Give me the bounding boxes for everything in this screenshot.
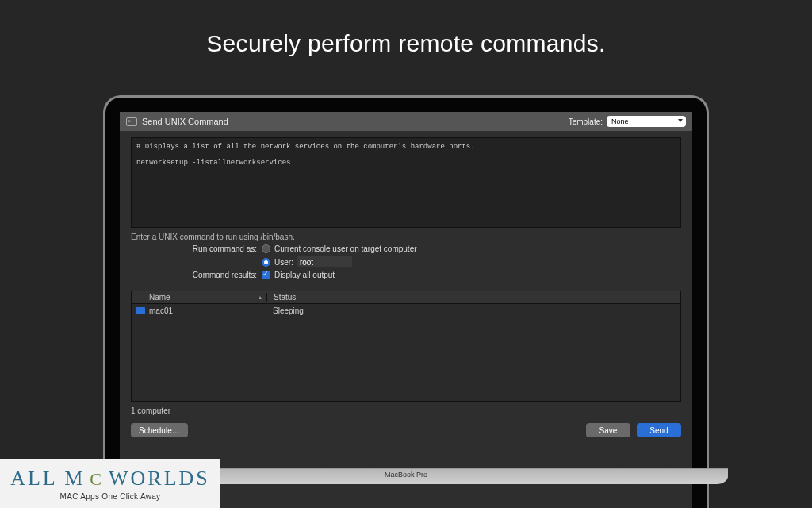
save-button[interactable]: Save bbox=[586, 423, 630, 437]
row-status: Sleeping bbox=[266, 306, 304, 315]
computers-table: Name Status mac01 Sleeping bbox=[131, 291, 681, 402]
radio-specific-user[interactable] bbox=[262, 258, 270, 267]
template-select[interactable]: None bbox=[607, 116, 686, 127]
table-row[interactable]: mac01 Sleeping bbox=[132, 304, 680, 317]
table-header[interactable]: Name Status bbox=[132, 291, 680, 304]
send-button[interactable]: Send bbox=[637, 423, 681, 437]
row-name: mac01 bbox=[149, 306, 266, 315]
column-name[interactable]: Name bbox=[132, 293, 266, 302]
watermark-brand-a: ALL M bbox=[10, 467, 85, 491]
watermark-brand-b: WORLDS bbox=[109, 467, 210, 491]
schedule-button[interactable]: Schedule… bbox=[131, 423, 188, 437]
computer-count: 1 computer bbox=[131, 406, 681, 415]
terminal-icon bbox=[126, 117, 137, 126]
radio-current-user-label: Current console user on target computer bbox=[274, 244, 417, 253]
checkbox-display-output[interactable] bbox=[262, 271, 270, 279]
watermark-brand: ALL M C WORLDS bbox=[10, 467, 210, 491]
radio-current-user[interactable] bbox=[262, 244, 270, 253]
window-title: Send UNIX Command bbox=[142, 117, 228, 126]
app-screen: Send UNIX Command Template: None # Displ… bbox=[120, 112, 692, 508]
run-as-label: Run command as: bbox=[131, 244, 262, 253]
button-bar: Schedule… Save Send bbox=[131, 423, 681, 437]
laptop-frame: Send UNIX Command Template: None # Displ… bbox=[103, 95, 709, 508]
window-toolbar: Send UNIX Command Template: None bbox=[120, 112, 692, 131]
radio-user-label: User: bbox=[274, 258, 293, 267]
hero-title: Securely perform remote commands. bbox=[0, 30, 812, 57]
watermark: ALL M C WORLDS MAC Apps One Click Away bbox=[0, 459, 220, 508]
user-input[interactable] bbox=[297, 256, 352, 267]
column-status[interactable]: Status bbox=[266, 293, 680, 302]
results-label: Command results: bbox=[131, 271, 262, 279]
checkbox-display-output-label: Display all output bbox=[274, 271, 335, 279]
command-hint: Enter a UNIX command to run using /bin/b… bbox=[131, 233, 681, 241]
command-textarea[interactable]: # Displays a list of all the network ser… bbox=[131, 137, 681, 228]
template-label: Template: bbox=[569, 117, 603, 126]
apple-icon: C bbox=[90, 471, 104, 488]
computer-icon bbox=[136, 307, 145, 314]
watermark-tagline: MAC Apps One Click Away bbox=[60, 492, 161, 501]
laptop-model-label: MacBook Pro bbox=[385, 471, 427, 479]
